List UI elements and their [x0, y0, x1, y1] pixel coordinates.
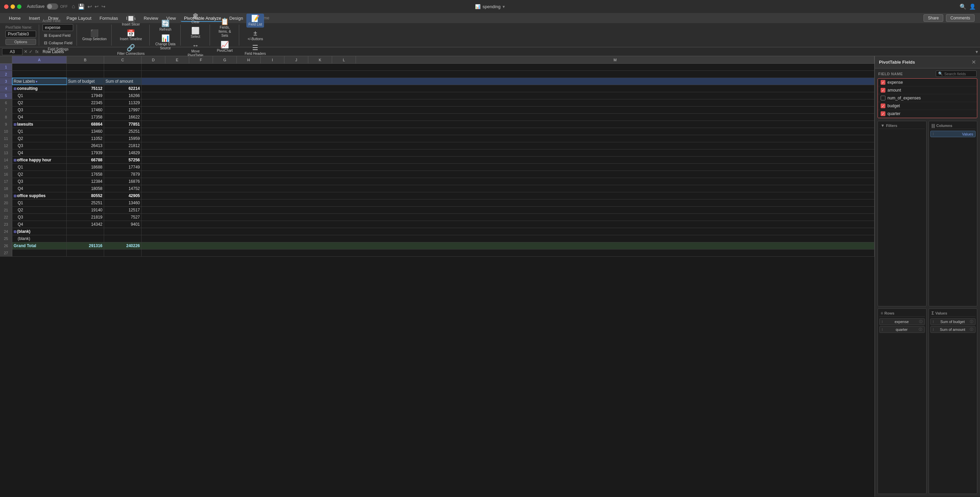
cell-a6[interactable]: Q2: [12, 99, 67, 106]
pivot-search-input[interactable]: [944, 72, 973, 76]
col-header-k[interactable]: K: [308, 56, 332, 63]
row-labels-dropdown[interactable]: ▾: [36, 80, 37, 83]
cell-c25[interactable]: [104, 235, 142, 242]
insert-slicer-button[interactable]: 🔲 Insert Slicer: [120, 14, 142, 27]
col-header-l[interactable]: L: [332, 56, 356, 63]
cell-a23[interactable]: Q4: [12, 221, 67, 228]
autosave-toggle[interactable]: [47, 3, 58, 10]
minimize-button[interactable]: [11, 5, 15, 9]
cell-a25[interactable]: (blank): [12, 235, 67, 242]
expand-office-supplies[interactable]: ⊟: [14, 194, 16, 198]
cancel-formula-icon[interactable]: ✕: [24, 49, 27, 54]
col-header-d[interactable]: D: [142, 56, 165, 63]
cell-b17[interactable]: 12384: [67, 178, 104, 185]
cell-a9[interactable]: ⊟ lawsuits: [12, 121, 67, 127]
cell-a13[interactable]: Q4: [12, 150, 67, 156]
cell-b6[interactable]: 22345: [67, 99, 104, 106]
col-header-g[interactable]: G: [213, 56, 237, 63]
cell-b26[interactable]: 291316: [67, 242, 104, 249]
field-checkbox-amount[interactable]: [881, 88, 885, 92]
cell-b11[interactable]: 11052: [67, 135, 104, 142]
col-header-c[interactable]: C: [104, 56, 142, 63]
cell-b1[interactable]: [67, 64, 104, 70]
expand-lawsuits[interactable]: ⊟: [14, 123, 16, 126]
cell-a24[interactable]: ⊟ (blank): [12, 228, 67, 235]
rows-quarter-info[interactable]: ⓘ: [919, 327, 922, 332]
cell-c14[interactable]: 57256: [104, 156, 142, 163]
col-header-b[interactable]: B: [67, 56, 104, 63]
menu-insert[interactable]: Insert: [25, 14, 43, 22]
formula-input[interactable]: [41, 49, 974, 54]
group-selection-button[interactable]: ⬛ Group Selection: [80, 28, 109, 42]
save-icon[interactable]: 💾: [78, 3, 85, 10]
cell-b9[interactable]: 68864: [67, 121, 104, 127]
cell-c1[interactable]: [104, 64, 142, 70]
cell-a14[interactable]: ⊟ office happy hour: [12, 156, 67, 163]
menu-home[interactable]: Home: [5, 14, 24, 22]
cell-c27[interactable]: [104, 250, 142, 256]
cell-c20[interactable]: 13460: [104, 199, 142, 206]
field-checkbox-quarter[interactable]: [881, 112, 885, 116]
undo-icon[interactable]: ↩: [95, 4, 99, 9]
pivot-options-button[interactable]: Options: [5, 39, 36, 45]
cell-c8[interactable]: 16622: [104, 114, 142, 121]
expand-field-button[interactable]: ⊞ Expand Field: [43, 32, 74, 38]
cell-c18[interactable]: 14752: [104, 185, 142, 192]
cell-b21[interactable]: 19140: [67, 207, 104, 213]
title-dropdown-icon[interactable]: ▾: [503, 4, 505, 9]
field-checkbox-num-of-expenses[interactable]: [881, 96, 885, 100]
col-header-h[interactable]: H: [237, 56, 261, 63]
cell-b15[interactable]: 18688: [67, 164, 104, 170]
values-sum-budget-info[interactable]: ⓘ: [970, 319, 973, 324]
search-title-icon[interactable]: 🔍: [959, 3, 966, 10]
cell-c22[interactable]: 7527: [104, 214, 142, 221]
clear-button[interactable]: 🗑 Clear: [188, 11, 203, 25]
expand-office-happy-hour[interactable]: ⊟: [14, 158, 16, 162]
select-button[interactable]: ⬜ Select: [188, 26, 203, 40]
field-item-quarter[interactable]: quarter: [878, 110, 977, 118]
window-controls[interactable]: [4, 5, 21, 9]
cell-a18[interactable]: Q4: [12, 185, 67, 192]
rows-expense-item[interactable]: ⁞ expense ⓘ: [879, 318, 925, 325]
cell-a7[interactable]: Q3: [12, 107, 67, 113]
cell-a21[interactable]: Q2: [12, 207, 67, 213]
cell-a4[interactable]: ⊟ consulting: [12, 85, 67, 92]
cell-a5[interactable]: Q1: [12, 92, 67, 99]
field-list-button[interactable]: 📝 Field List: [247, 14, 264, 27]
cell-c7[interactable]: 17997: [104, 107, 142, 113]
menu-formulas[interactable]: Formulas: [96, 14, 121, 22]
cell-b19[interactable]: 80552: [67, 192, 104, 199]
cell-b16[interactable]: 17658: [67, 171, 104, 178]
values-sum-amount-item[interactable]: ⁞ Sum of amount ⓘ: [930, 326, 976, 333]
cell-a20[interactable]: Q1: [12, 199, 67, 206]
collapse-field-button[interactable]: ⊟ Collapse Field: [43, 40, 74, 46]
cell-b10[interactable]: 13460: [67, 128, 104, 135]
cell-b2[interactable]: [67, 71, 104, 78]
values-sum-budget-item[interactable]: ⁞ Sum of budget ⓘ: [930, 318, 976, 325]
cell-b13[interactable]: 17939: [67, 150, 104, 156]
cell-c12[interactable]: 21812: [104, 142, 142, 149]
col-header-i[interactable]: I: [261, 56, 285, 63]
cell-c17[interactable]: 16876: [104, 178, 142, 185]
cell-c24[interactable]: [104, 228, 142, 235]
cell-c13[interactable]: 14829: [104, 150, 142, 156]
col-header-j[interactable]: J: [285, 56, 308, 63]
cell-a1[interactable]: [12, 64, 67, 70]
cell-b12[interactable]: 26413: [67, 142, 104, 149]
cell-a16[interactable]: Q2: [12, 171, 67, 178]
cell-b27[interactable]: [67, 250, 104, 256]
pivot-name-input[interactable]: [5, 31, 36, 37]
home-icon[interactable]: ⌂: [72, 3, 75, 10]
cell-c10[interactable]: 25251: [104, 128, 142, 135]
insert-timeline-button[interactable]: 📅 Insert Timeline: [118, 28, 144, 42]
share-history-icon[interactable]: ↩: [88, 3, 92, 10]
cell-b18[interactable]: 18058: [67, 185, 104, 192]
redo-icon[interactable]: ↪: [102, 4, 105, 9]
cell-c26[interactable]: 240226: [104, 242, 142, 249]
cell-c23[interactable]: 9401: [104, 221, 142, 228]
fields-items-sets-button[interactable]: 📋 Fields, Items, & Sets: [213, 17, 236, 39]
cell-a11[interactable]: Q2: [12, 135, 67, 142]
cell-c5[interactable]: 16266: [104, 92, 142, 99]
cell-b14[interactable]: 66788: [67, 156, 104, 163]
pivot-panel-close-button[interactable]: ✕: [972, 59, 976, 65]
